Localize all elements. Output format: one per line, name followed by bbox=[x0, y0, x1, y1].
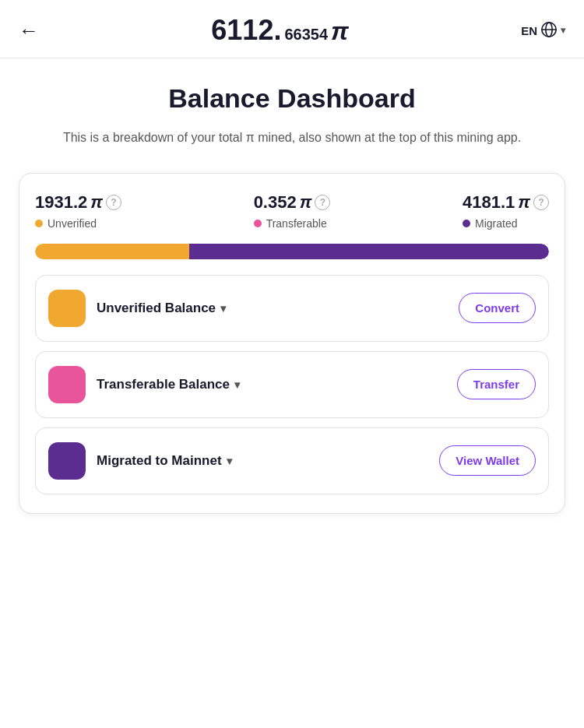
view-wallet-button[interactable]: View Wallet bbox=[439, 445, 536, 476]
balance-decimal: 66354 bbox=[284, 26, 328, 44]
unverified-balance-section: Unverified Balance ▾ Convert bbox=[35, 275, 549, 342]
unverified-label: Unverified bbox=[35, 217, 97, 230]
transferable-label: Transferable bbox=[254, 217, 327, 230]
balance-integer: 6112. bbox=[211, 14, 281, 47]
migrated-info-icon[interactable]: ? bbox=[533, 195, 549, 210]
convert-button[interactable]: Convert bbox=[459, 293, 536, 323]
migrated-pi: π bbox=[518, 192, 530, 213]
migrated-chevron-icon: ▾ bbox=[227, 455, 232, 467]
migrated-amount: 4181.1 bbox=[463, 192, 515, 213]
transferable-balance-section: Transferable Balance ▾ Transfer bbox=[35, 351, 549, 418]
transferable-info-icon[interactable]: ? bbox=[315, 195, 330, 210]
transferable-label-text: Transferable bbox=[266, 217, 327, 230]
transferable-value: 0.352 π ? bbox=[254, 192, 331, 213]
migrated-value: 4181.1 π ? bbox=[463, 192, 549, 213]
migrated-section-left: Migrated to Mainnet ▾ bbox=[48, 442, 232, 480]
progress-bar bbox=[35, 244, 549, 259]
migrated-dot bbox=[463, 220, 470, 227]
migrated-label: Migrated bbox=[463, 217, 517, 230]
balance-summary-row: 1931.2 π ? Unverified 0.352 π ? Transfe bbox=[35, 192, 549, 230]
transferable-amount: 0.352 bbox=[254, 192, 297, 213]
unverified-chevron-icon: ▾ bbox=[220, 302, 226, 315]
back-button[interactable]: ← bbox=[19, 19, 39, 43]
transferable-section-left: Transferable Balance ▾ bbox=[48, 366, 240, 403]
page-subtitle: This is a breakdown of your total π mine… bbox=[19, 128, 565, 148]
unverified-amount: 1931.2 bbox=[35, 192, 87, 213]
unverified-section-left: Unverified Balance ▾ bbox=[48, 290, 226, 327]
unverified-value: 1931.2 π ? bbox=[35, 192, 121, 213]
balance-pi-symbol: π bbox=[331, 17, 349, 46]
lang-chevron-icon: ▾ bbox=[561, 25, 565, 36]
migrated-balance-section: Migrated to Mainnet ▾ View Wallet bbox=[35, 427, 549, 494]
globe-icon bbox=[540, 21, 558, 40]
progress-migrated-fill bbox=[189, 244, 549, 259]
language-selector[interactable]: EN ▾ bbox=[521, 21, 565, 40]
migrated-section-label[interactable]: Migrated to Mainnet ▾ bbox=[97, 453, 232, 469]
unverified-section-icon bbox=[48, 290, 86, 327]
main-content: Balance Dashboard This is a breakdown of… bbox=[0, 58, 584, 533]
transferable-section-label[interactable]: Transferable Balance ▾ bbox=[97, 377, 240, 392]
unverified-label-text: Unverified bbox=[47, 217, 97, 230]
transferable-chevron-icon: ▾ bbox=[234, 378, 240, 391]
transferable-section-icon bbox=[48, 366, 86, 403]
transfer-button[interactable]: Transfer bbox=[457, 369, 536, 399]
unverified-balance-item: 1931.2 π ? Unverified bbox=[35, 192, 121, 230]
transferable-dot bbox=[254, 220, 262, 227]
transferable-balance-item: 0.352 π ? Transferable bbox=[254, 192, 331, 230]
dashboard-card: 1931.2 π ? Unverified 0.352 π ? Transfe bbox=[19, 173, 565, 514]
progress-unverified-fill bbox=[35, 244, 189, 259]
lang-label: EN bbox=[521, 24, 537, 37]
header: ← 6112.66354 π EN ▾ bbox=[0, 0, 584, 58]
transferable-pi: π bbox=[300, 192, 312, 213]
migrated-section-label-text: Migrated to Mainnet bbox=[97, 453, 222, 469]
header-balance-display: 6112.66354 π bbox=[211, 14, 349, 47]
page-title: Balance Dashboard bbox=[19, 83, 565, 114]
unverified-section-label[interactable]: Unverified Balance ▾ bbox=[97, 301, 226, 316]
transferable-section-label-text: Transferable Balance bbox=[97, 377, 230, 392]
unverified-pi: π bbox=[90, 192, 103, 213]
unverified-info-icon[interactable]: ? bbox=[106, 195, 121, 210]
unverified-section-label-text: Unverified Balance bbox=[97, 301, 216, 316]
migrated-balance-item: 4181.1 π ? Migrated bbox=[463, 192, 549, 230]
migrated-label-text: Migrated bbox=[475, 217, 517, 230]
unverified-dot bbox=[35, 220, 43, 227]
migrated-section-icon bbox=[48, 442, 86, 480]
